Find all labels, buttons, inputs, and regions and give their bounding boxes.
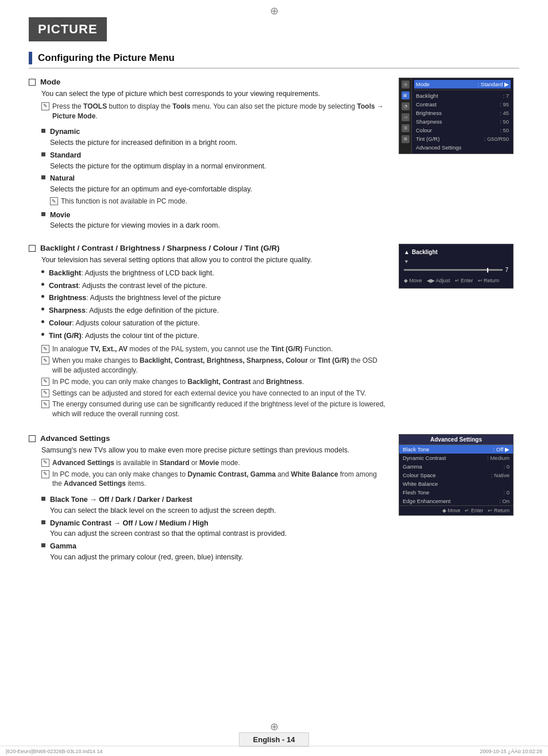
- mode-section: Mode You can select the type of picture …: [29, 78, 519, 235]
- advsettings-row-label: Advanced Settings: [416, 144, 461, 151]
- backlight-mockup: ▲ Backlight ▼ 7 ◆ Move ◀▶ Adjust ↵ Enter…: [399, 244, 514, 289]
- backlight-row-label: Backlight: [416, 93, 438, 99]
- bl-note-text-1: In analogue TV, Ext., AV modes of the PA…: [52, 344, 333, 354]
- bullet-dot-brightness: [41, 295, 44, 298]
- colour-row-value: : 50: [500, 127, 509, 133]
- adv-note-2: ✎ In PC mode, you can only make changes …: [41, 470, 387, 489]
- adv-menu-nav: ◆ Move ↵ Enter ↩ Return: [399, 505, 513, 515]
- bullet-text-colour: Colour: Adjusts colour saturation of the…: [49, 318, 200, 329]
- adv-value-gamma: : 0: [503, 463, 510, 470]
- natural-content: Natural Selects the picture for an optim…: [50, 173, 252, 208]
- adv-row-edgeenhancement: Edge Enhancement : On: [399, 497, 513, 505]
- standard-bullet: [41, 152, 45, 156]
- brightness-row-value: : 45: [500, 110, 509, 116]
- tv-icon-5: ☰: [402, 124, 410, 132]
- bl-note-3: ✎ In PC mode, you can only make changes …: [41, 377, 387, 387]
- bl-note-text-3: In PC mode, you can only make changes to…: [52, 377, 304, 387]
- adv-value-edgeenhancement: : On: [499, 498, 510, 504]
- bl-note-2: ✎ When you make changes to Backlight, Co…: [41, 356, 387, 375]
- bullet-tint: Tint (G/R): Adjusts the colour tint of t…: [41, 331, 387, 341]
- dynamic-bullet: [41, 129, 45, 133]
- note-pencil-icon: ✎: [41, 102, 49, 110]
- bl-note-text-5: The energy consumed during use can be si…: [52, 400, 387, 419]
- advanced-title: Advanced Settings: [40, 434, 110, 443]
- mode-checkbox: [29, 79, 36, 86]
- dynamic-item: Dynamic Selects the picture for increase…: [41, 126, 387, 148]
- dynamic-body: Selects the picture for increased defini…: [50, 139, 237, 147]
- bullet-dot-tint: [41, 333, 44, 336]
- standard-content: Standard Selects the picture for the opt…: [50, 150, 267, 172]
- bullet-contrast: Contrast: Adjusts the contrast level of …: [41, 281, 387, 291]
- nav-return: ↩ Return: [478, 278, 500, 283]
- contrast-row-label: Contrast: [416, 101, 437, 108]
- bullet-backlight: Backlight: Adjusts the brightness of LCD…: [41, 268, 387, 279]
- movie-bullet: [41, 212, 45, 216]
- mode-title-row: Mode: [29, 78, 387, 86]
- backlight-checkbox: [29, 245, 36, 252]
- mode-row-label: Mode: [416, 81, 430, 87]
- footer-page-indicator: English - 14: [239, 732, 310, 747]
- bullet-dot-colour: [41, 320, 44, 323]
- adv-row-dyncontrast: Dynamic Contrast : Medium: [399, 454, 513, 462]
- backlight-bullets: Backlight: Adjusts the brightness of LCD…: [41, 268, 387, 341]
- bl-note-text-4: Settings can be adjusted and stored for …: [52, 389, 366, 398]
- tv-menu-row-backlight: Backlight : 7: [414, 91, 511, 100]
- standard-body: Selects the picture for the optimum disp…: [50, 162, 267, 170]
- advanced-body: Samsung's new TVs allow you to make even…: [41, 445, 387, 456]
- advanced-checkbox: [29, 435, 36, 442]
- page-title: PICTURE: [29, 17, 107, 41]
- blue-bar-accent: [29, 52, 32, 64]
- tv-menu-row-sharpness: Sharpness : 50: [414, 117, 511, 126]
- backlight-title: Backlight / Contrast / Brightness / Shar…: [40, 244, 280, 252]
- tv-icon-6: ⊞: [402, 135, 410, 143]
- natural-title: Natural: [50, 174, 75, 182]
- adv-note-text-2: In PC mode, you can only make changes to…: [52, 470, 387, 489]
- top-crosshair: ⊕: [270, 5, 279, 17]
- movie-body: Selects the picture for viewing movies i…: [50, 221, 220, 229]
- bullet-text-backlight: Backlight: Adjusts the brightness of LCD…: [49, 268, 214, 279]
- dynamic-contrast-bullet: [41, 520, 45, 524]
- dynamic-contrast-item: Dynamic Contrast → Off / Low / Medium / …: [41, 518, 387, 540]
- adv-label-dyncontrast: Dynamic Contrast: [403, 455, 446, 461]
- gamma-bullet: [41, 543, 45, 547]
- adv-label-edgeenhancement: Edge Enhancement: [403, 498, 450, 504]
- adv-menu-title: Advanced Settings: [399, 435, 513, 445]
- natural-note-text: This function is not available in PC mod…: [61, 197, 187, 206]
- natural-note-icon: ✎: [50, 197, 58, 205]
- tv-menu-content: Mode : Standard ▶ Backlight : 7 Contrast…: [412, 78, 513, 153]
- backlight-widget-title: ▲ Backlight: [404, 249, 508, 255]
- nav-enter: ↵ Enter: [455, 278, 473, 283]
- advanced-title-row: Advanced Settings: [29, 434, 387, 443]
- backlight-widget-right: ▲ Backlight ▼ 7 ◆ Move ◀▶ Adjust ↵ Enter…: [399, 244, 519, 425]
- natural-body: Selects the picture for an optimum and e…: [50, 185, 252, 193]
- black-tone-item: Black Tone → Off / Dark / Darker / Darke…: [41, 494, 387, 516]
- backlight-title-row: Backlight / Contrast / Brightness / Shar…: [29, 244, 387, 252]
- adv-label-gamma: Gamma: [403, 463, 422, 470]
- bullet-text-brightness: Brightness: Adjusts the brightness level…: [49, 293, 221, 304]
- dynamic-content: Dynamic Selects the picture for increase…: [50, 126, 237, 148]
- page-wrapper: ⊕ PICTURE Configuring the Picture Menu M…: [0, 0, 548, 756]
- adv-menu-mockup: Advanced Settings Black Tone : Off ▶ Dyn…: [399, 434, 514, 516]
- adv-nav-enter: ↵ Enter: [465, 508, 483, 513]
- dynamic-contrast-body: You can adjust the screen contrast so th…: [50, 529, 287, 538]
- bl-note-icon-5: ✎: [41, 400, 49, 408]
- tint-row-label: Tint (G/R): [416, 136, 439, 142]
- tv-icon-2: ▦: [402, 91, 410, 99]
- bl-note-5: ✎ The energy consumed during use can be …: [41, 400, 387, 419]
- backlight-subsection: Backlight / Contrast / Brightness / Shar…: [29, 244, 387, 419]
- backlight-section: Backlight / Contrast / Brightness / Shar…: [29, 244, 519, 425]
- bl-note-1: ✎ In analogue TV, Ext., AV modes of the …: [41, 344, 387, 354]
- bullet-text-contrast: Contrast: Adjusts the contrast level of …: [49, 281, 207, 291]
- tint-row-value: : G50/R50: [484, 136, 509, 142]
- adv-note-icon-2: ✎: [41, 470, 49, 478]
- brightness-row-label: Brightness: [416, 110, 442, 116]
- section-heading: Configuring the Picture Menu: [29, 52, 519, 68]
- footer-right-text: 2009-10-15 ¿ÀÀü 10:02:28: [480, 749, 542, 754]
- adv-row-gamma: Gamma : 0: [399, 462, 513, 471]
- footer-left-text: [620-Eeuro]BN68-02326B-03L10.ind14 14: [6, 749, 103, 754]
- advanced-subsection: Advanced Settings Samsung's new TVs allo…: [29, 434, 387, 489]
- bl-note-icon-4: ✎: [41, 389, 49, 397]
- bullet-sharpness: Sharpness: Adjusts the edge definition o…: [41, 305, 387, 316]
- footer-bottom-bar: [620-Eeuro]BN68-02326B-03L10.ind14 14 20…: [0, 746, 548, 756]
- adv-row-blacktone: Black Tone : Off ▶: [399, 445, 513, 454]
